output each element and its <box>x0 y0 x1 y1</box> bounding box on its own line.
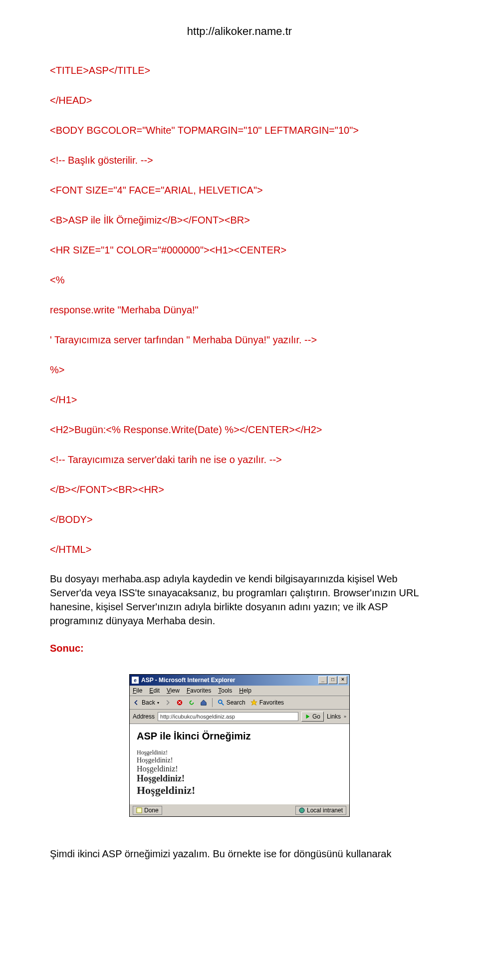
header-url: http://alikoker.name.tr <box>50 25 429 38</box>
url-text: http://icubukcu/hosgeldiniz.asp <box>160 714 235 720</box>
close-button[interactable]: × <box>338 676 347 684</box>
footer-paragraph: Şimdi ikinci ASP örneğimizi yazalım. Bu … <box>50 847 429 861</box>
greeting-item: Hoşgeldiniz! <box>137 764 342 773</box>
page-heading: ASP ile İkinci Örneğimiz <box>137 731 342 742</box>
menu-tools[interactable]: Tools <box>218 687 232 694</box>
go-button[interactable]: Go <box>301 712 324 722</box>
menu-edit[interactable]: Edit <box>149 687 160 694</box>
code-line: <!-- Başlık gösterilir. --> <box>50 153 429 168</box>
code-line: </H1> <box>50 392 429 407</box>
star-icon <box>250 699 257 706</box>
status-done: Done <box>133 806 162 815</box>
minimize-button[interactable]: _ <box>318 676 327 684</box>
code-line: <H2>Bugün:<% Response.Write(Date) %></CE… <box>50 422 429 437</box>
go-icon <box>305 714 311 720</box>
code-line: response.write "Merhaba Dünya!" <box>50 302 429 317</box>
code-line: %> <box>50 362 429 377</box>
code-line: <% <box>50 272 429 287</box>
menu-favorites[interactable]: Favorites <box>187 687 211 694</box>
instruction-paragraph: Bu dosyayı merhaba.asp adıyla kaydedin v… <box>50 572 429 628</box>
favorites-button[interactable]: Favorites <box>250 699 284 706</box>
code-line: <FONT SIZE="4" FACE="ARIAL, HELVETICA"> <box>50 183 429 198</box>
code-line: <!-- Tarayıcımıza server'daki tarih ne i… <box>50 452 429 467</box>
menu-help[interactable]: Help <box>239 687 251 694</box>
svg-point-1 <box>218 700 222 704</box>
code-line: </HTML> <box>50 542 429 557</box>
greeting-item: Hoşgeldiniz! <box>137 784 342 797</box>
maximize-button[interactable]: □ <box>328 676 337 684</box>
address-bar: Address http://icubukcu/hosgeldiniz.asp … <box>130 710 349 724</box>
svg-rect-2 <box>137 808 142 813</box>
chevron-icon[interactable]: » <box>344 714 346 719</box>
go-label: Go <box>312 713 320 720</box>
menu-file[interactable]: File <box>133 687 142 694</box>
url-field[interactable]: http://icubukcu/hosgeldiniz.asp <box>158 712 298 721</box>
greeting-item: Hoşgeldiniz! <box>137 749 342 756</box>
window-titlebar: e ASP - Microsoft Internet Explorer _ □ … <box>130 675 349 686</box>
code-line: <TITLE>ASP</TITLE> <box>50 63 429 78</box>
back-button[interactable]: Back ▾ <box>133 699 159 706</box>
home-icon[interactable] <box>200 699 207 706</box>
search-icon <box>218 699 225 706</box>
greeting-item: Hoşgeldiniz! <box>137 773 342 784</box>
refresh-icon[interactable] <box>188 699 195 706</box>
search-label: Search <box>227 699 245 706</box>
toolbar-separator <box>212 698 213 707</box>
status-zone-label: Local intranet <box>307 807 343 814</box>
code-line: </HEAD> <box>50 93 429 108</box>
status-bar: Done Local intranet <box>130 804 349 816</box>
search-button[interactable]: Search <box>218 699 245 706</box>
stop-icon[interactable] <box>176 699 183 706</box>
status-zone: Local intranet <box>295 806 346 815</box>
arrow-right-icon[interactable] <box>164 699 171 706</box>
code-line: </BODY> <box>50 512 429 527</box>
browser-screenshot: e ASP - Microsoft Internet Explorer _ □ … <box>129 674 350 817</box>
ie-icon: e <box>132 677 139 684</box>
page-content: ASP ile İkinci Örneğimiz Hoşgeldiniz! Ho… <box>130 724 349 804</box>
code-line: <B>ASP ile İlk Örneğimiz</B></FONT><BR> <box>50 213 429 228</box>
status-done-label: Done <box>144 807 159 814</box>
code-line: </B></FONT><BR><HR> <box>50 482 429 497</box>
toolbar: Back ▾ Search Favorites <box>130 696 349 710</box>
back-label: Back <box>142 699 155 706</box>
greeting-list: Hoşgeldiniz! Hoşgeldiniz! Hoşgeldiniz! H… <box>137 749 342 797</box>
greeting-item: Hoşgeldiniz! <box>137 756 342 764</box>
address-label: Address <box>133 713 155 720</box>
done-icon <box>136 807 142 813</box>
svg-point-3 <box>299 808 304 813</box>
code-line: <HR SIZE="1" COLOR="#000000"><H1><CENTER… <box>50 243 429 257</box>
menu-view[interactable]: View <box>167 687 180 694</box>
code-line: <BODY BGCOLOR="White" TOPMARGIN="10" LEF… <box>50 123 429 138</box>
menubar: File Edit View Favorites Tools Help <box>130 686 349 696</box>
intranet-icon <box>299 807 305 813</box>
arrow-left-icon <box>133 699 140 706</box>
favorites-label: Favorites <box>259 699 284 706</box>
code-line: ' Tarayıcımıza server tarfından " Merhab… <box>50 332 429 347</box>
links-label[interactable]: Links <box>327 713 341 720</box>
sonuc-label: Sonuc: <box>50 643 429 654</box>
window-title: ASP - Microsoft Internet Explorer <box>141 677 235 684</box>
document-page: http://alikoker.name.tr <TITLE>ASP</TITL… <box>0 0 479 906</box>
